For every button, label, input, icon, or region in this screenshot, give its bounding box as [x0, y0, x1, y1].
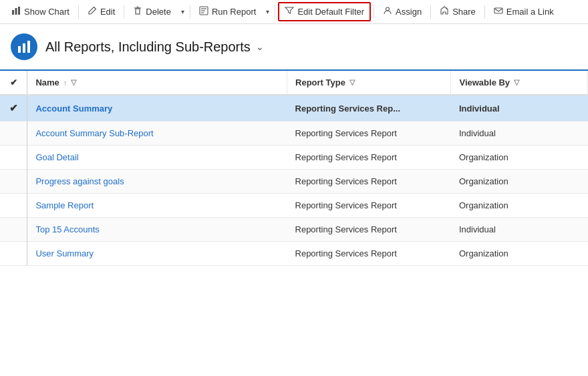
row-viewable-by: Organization: [451, 146, 588, 170]
table-row[interactable]: Account Summary Sub-ReportReporting Serv…: [0, 122, 588, 146]
report-name-link[interactable]: Progress against goals: [35, 176, 124, 186]
share-button[interactable]: Share: [434, 3, 482, 21]
row-name[interactable]: Goal Detail: [27, 146, 287, 170]
row-report-type: Reporting Services Report: [287, 146, 451, 170]
table-body: ✔Account SummaryReporting Services Rep..…: [0, 95, 588, 266]
col-header-report-type: Report Type ▽: [287, 71, 451, 95]
report-name-link[interactable]: Goal Detail: [35, 152, 78, 162]
name-sort-icon[interactable]: ↑: [63, 79, 67, 87]
run-report-dropdown-button[interactable]: ▾: [263, 5, 272, 19]
table-row[interactable]: Top 15 AccountsReporting Services Report…: [0, 218, 588, 242]
svg-rect-12: [18, 46, 21, 53]
col-header-viewable-by: Viewable By ▽: [451, 71, 588, 95]
row-report-type: Reporting Services Report: [287, 194, 451, 218]
row-report-type: Reporting Services Report: [287, 242, 451, 266]
name-filter-icon[interactable]: ▽: [71, 78, 76, 87]
report-name-link[interactable]: Account Summary Sub-Report: [35, 128, 153, 138]
row-checkbox[interactable]: [0, 218, 27, 242]
edit-label: Edit: [100, 7, 115, 17]
row-report-type: Reporting Services Report: [287, 218, 451, 242]
assign-icon: [383, 6, 392, 17]
row-viewable-by: Individual: [451, 218, 588, 242]
row-checkbox[interactable]: [0, 146, 27, 170]
table-row[interactable]: Progress against goalsReporting Services…: [0, 170, 588, 194]
row-viewable-by: Individual: [451, 122, 588, 146]
divider-1: [78, 5, 79, 19]
row-checkbox[interactable]: ✔: [0, 95, 27, 122]
filter-icon: [285, 6, 294, 17]
table-header-row: ✔ Name ↑ ▽ Report Type ▽: [0, 71, 588, 95]
email-icon: [494, 6, 503, 17]
page-title: All Reports, Including Sub-Reports: [45, 39, 251, 55]
report-type-filter-icon[interactable]: ▽: [349, 78, 355, 87]
table-row[interactable]: Goal DetailReporting Services ReportOrga…: [0, 146, 588, 170]
row-report-type: Reporting Services Report: [287, 122, 451, 146]
row-name[interactable]: Sample Report: [27, 194, 287, 218]
svg-rect-0: [12, 10, 14, 15]
delete-icon: [133, 6, 142, 17]
row-name[interactable]: Account Summary Sub-Report: [27, 122, 287, 146]
divider-3: [190, 5, 190, 19]
svg-rect-1: [15, 8, 17, 15]
row-name[interactable]: Top 15 Accounts: [27, 218, 287, 242]
row-name[interactable]: Progress against goals: [27, 170, 287, 194]
reports-table: ✔ Name ↑ ▽ Report Type ▽: [0, 71, 588, 266]
edit-icon: [88, 6, 97, 17]
edit-default-filter-label: Edit Default Filter: [297, 7, 364, 17]
report-name-link[interactable]: Sample Report: [35, 200, 94, 210]
delete-dropdown-arrow: ▾: [181, 8, 184, 15]
run-report-button[interactable]: Run Report: [193, 3, 262, 21]
run-report-icon: [199, 6, 208, 17]
run-report-label: Run Report: [212, 7, 256, 17]
row-checkbox[interactable]: [0, 122, 27, 146]
show-chart-label: Show Chart: [24, 7, 69, 17]
show-chart-button[interactable]: Show Chart: [5, 3, 76, 21]
divider-2: [124, 5, 124, 19]
check-icon: ✔: [10, 77, 17, 87]
email-link-button[interactable]: Email a Link: [488, 3, 560, 21]
divider-7: [484, 5, 485, 19]
share-label: Share: [452, 7, 476, 17]
email-link-label: Email a Link: [506, 7, 554, 17]
viewable-by-filter-icon[interactable]: ▽: [514, 78, 519, 87]
toolbar: Show Chart Edit Delete ▾: [0, 0, 588, 24]
row-checkbox[interactable]: [0, 194, 27, 218]
table-row[interactable]: User SummaryReporting Services ReportOrg…: [0, 242, 588, 266]
report-name-link[interactable]: Account Summary: [35, 104, 112, 114]
header-icon: [11, 33, 37, 60]
divider-4: [275, 5, 275, 19]
svg-point-10: [386, 7, 390, 11]
chart-icon: [11, 6, 21, 17]
col-header-name: Name ↑ ▽: [27, 71, 287, 95]
row-name[interactable]: Account Summary: [27, 95, 287, 122]
checkmark-icon: ✔: [9, 102, 18, 114]
delete-button[interactable]: Delete: [127, 3, 177, 21]
delete-dropdown-button[interactable]: ▾: [178, 5, 187, 19]
col-viewable-by-label: Viewable By: [459, 77, 510, 87]
row-viewable-by: Organization: [451, 170, 588, 194]
table-row[interactable]: Sample ReportReporting Services ReportOr…: [0, 194, 588, 218]
row-checkbox[interactable]: [0, 242, 27, 266]
edit-default-filter-button[interactable]: Edit Default Filter: [278, 2, 371, 21]
page-header: All Reports, Including Sub-Reports ⌄: [0, 24, 588, 71]
report-name-link[interactable]: User Summary: [35, 248, 94, 258]
share-icon: [440, 6, 449, 17]
assign-button[interactable]: Assign: [377, 3, 428, 21]
row-name[interactable]: User Summary: [27, 242, 287, 266]
header-dropdown-arrow[interactable]: ⌄: [256, 41, 264, 52]
header-title-row: All Reports, Including Sub-Reports ⌄: [45, 39, 264, 55]
report-name-link[interactable]: Top 15 Accounts: [35, 224, 99, 234]
col-report-type-label: Report Type: [295, 77, 345, 87]
run-report-dropdown-arrow: ▾: [266, 8, 269, 15]
svg-rect-14: [27, 41, 30, 53]
svg-rect-2: [18, 7, 20, 15]
row-checkbox[interactable]: [0, 170, 27, 194]
col-header-check: ✔: [0, 71, 27, 95]
row-viewable-by: Organization: [451, 242, 588, 266]
delete-label: Delete: [146, 7, 171, 17]
reports-table-container: ✔ Name ↑ ▽ Report Type ▽: [0, 71, 588, 376]
table-row[interactable]: ✔Account SummaryReporting Services Rep..…: [0, 95, 588, 122]
svg-rect-13: [23, 43, 25, 53]
row-viewable-by: Individual: [451, 95, 588, 122]
edit-button[interactable]: Edit: [82, 3, 121, 21]
